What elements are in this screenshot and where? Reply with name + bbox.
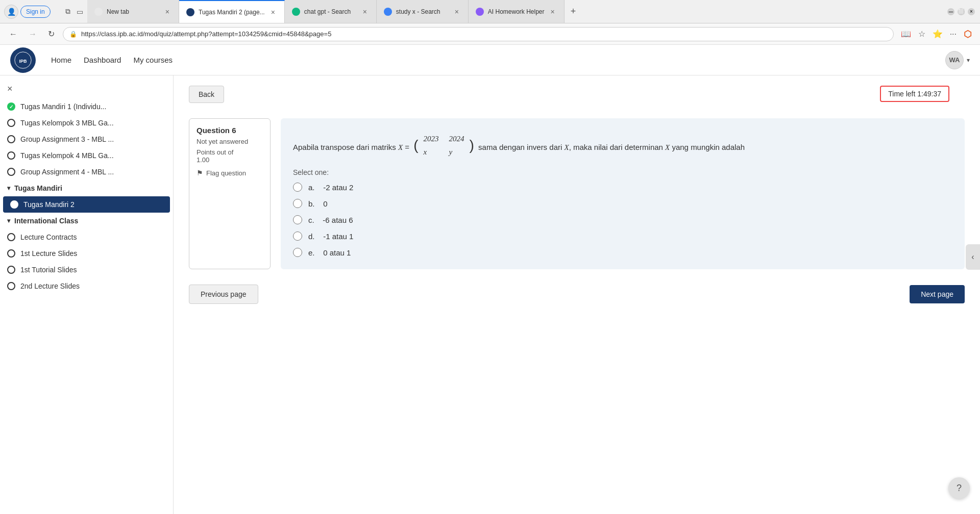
new-tab-button[interactable]: +: [565, 0, 582, 23]
studyx-title: study x - Search: [396, 8, 449, 15]
svg-text:IPB: IPB: [19, 59, 27, 64]
url-bar[interactable]: 🔒 https://class.ipb.ac.id/mod/quiz/attem…: [63, 27, 894, 41]
section-tugas-mandiri[interactable]: ▾ Tugas Mandiri: [0, 180, 173, 196]
flag-label: Flag question: [206, 169, 246, 177]
more-tools-button[interactable]: ···: [948, 28, 959, 41]
matrix-cell-2024: 2024: [449, 133, 464, 145]
question-label-prefix: Question: [197, 126, 230, 135]
edge-icon[interactable]: ⬡: [962, 27, 974, 42]
newtab-close[interactable]: ×: [163, 7, 172, 17]
tab-newtab[interactable]: New tab ×: [87, 0, 179, 23]
back-button[interactable]: Back: [189, 86, 224, 103]
user-menu: WA ▾: [945, 51, 970, 69]
tab-ai[interactable]: AI Homework Helper ×: [469, 0, 565, 23]
question-container: Question 6 Not yet answered Points out o…: [189, 118, 965, 269]
sidebar-item-group-assignment-3[interactable]: Group Assignment 3 - MBL ...: [0, 131, 173, 147]
sidebar-item-1st-lecture[interactable]: 1st Lecture Slides: [0, 245, 173, 262]
nav-home[interactable]: Home: [51, 56, 71, 64]
sidebar-item-tugas-mandiri-2[interactable]: Tugas Mandiri 2: [3, 196, 170, 213]
nav-dashboard[interactable]: Dashboard: [84, 56, 121, 64]
page-layout: × ✓ Tugas Mandiri 1 (Individu... Tugas K…: [0, 75, 980, 514]
option-e-letter: e.: [308, 248, 315, 257]
circle-icon-4: [7, 168, 15, 176]
maximize-button[interactable]: ⬜: [958, 8, 965, 15]
option-c-label[interactable]: c. -6 atau 6: [308, 216, 353, 224]
option-c-value: -6 atau 6: [323, 216, 353, 224]
timer-display: Time left 1:49:37: [880, 86, 949, 102]
flag-question-button[interactable]: ⚑ Flag question: [197, 169, 246, 177]
studyx-close[interactable]: ×: [453, 7, 461, 17]
radio-b[interactable]: [293, 199, 302, 208]
radio-a[interactable]: [293, 183, 302, 192]
chatgpt-close[interactable]: ×: [361, 7, 369, 17]
option-d-label[interactable]: d. -1 atau 1: [308, 232, 353, 241]
sidebar-item-2nd-lecture[interactable]: 2nd Lecture Slides: [0, 278, 173, 294]
studyx-favicon: [384, 8, 392, 16]
option-a-value: -2 atau 2: [323, 183, 353, 192]
nav-my-courses[interactable]: My courses: [133, 56, 173, 64]
option-c: c. -6 atau 6: [293, 215, 952, 224]
tab-tugas[interactable]: Tugas Mandiri 2 (page... ×: [179, 0, 285, 23]
option-b: b. 0: [293, 199, 952, 208]
option-a: a. -2 atau 2: [293, 183, 952, 192]
quiz-area: Back Time left 1:49:37 Question 6 Not ye…: [174, 75, 980, 514]
favorites-button[interactable]: ☆: [916, 27, 927, 41]
tugas-close[interactable]: ×: [269, 7, 277, 17]
duplicate-tab-button[interactable]: ⧉: [63, 5, 72, 18]
sidebar-item-1st-tutorial[interactable]: 1st Tutorial Slides: [0, 262, 173, 278]
sidebar-close-button[interactable]: ×: [7, 84, 13, 94]
option-d-value: -1 atau 1: [323, 232, 353, 241]
question-body: Apabila transpose dari matriks X = ( 202…: [281, 118, 965, 269]
close-button[interactable]: ×: [968, 8, 975, 15]
question-points: Points out of 1.00: [197, 148, 263, 164]
sign-in-button[interactable]: Sign in: [20, 6, 51, 18]
reload-button[interactable]: ↻: [45, 27, 58, 41]
matrix-cell-y: y: [449, 146, 464, 158]
radio-e[interactable]: [293, 248, 302, 257]
forward-navigation-button[interactable]: →: [26, 28, 40, 41]
sidebar-item-group-assignment-4[interactable]: Group Assignment 4 - MBL ...: [0, 164, 173, 180]
matrix-display: ( 2023 2024 x y ): [413, 131, 474, 160]
option-a-label[interactable]: a. -2 atau 2: [308, 183, 353, 192]
section-label-tugas-mandiri: Tugas Mandiri: [14, 184, 62, 192]
select-one-label: Select one:: [293, 168, 952, 176]
reader-mode-button[interactable]: 📖: [899, 27, 913, 41]
sidebar: × ✓ Tugas Mandiri 1 (Individu... Tugas K…: [0, 75, 174, 514]
circle-icon-ts1: [7, 266, 15, 274]
sidebar-close-area: ×: [0, 80, 173, 98]
window-mode-button[interactable]: ▭: [75, 6, 85, 18]
radio-d[interactable]: [293, 232, 302, 241]
collections-button[interactable]: ⭐: [930, 27, 945, 41]
help-button[interactable]: ?: [948, 477, 970, 499]
sidebar-item-tugas-kelompok-4[interactable]: Tugas Kelompok 4 MBL Ga...: [0, 147, 173, 164]
sidebar-label-2nd-lecture: 2nd Lecture Slides: [20, 282, 80, 290]
sidebar-item-tugas-kelompok-3[interactable]: Tugas Kelompok 3 MBL Ga...: [0, 115, 173, 131]
sidebar-item-tugas-mandiri-1[interactable]: ✓ Tugas Mandiri 1 (Individu...: [0, 98, 173, 115]
sidebar-label-tugas-mandiri-1: Tugas Mandiri 1 (Individu...: [20, 102, 106, 111]
chatgpt-title: chat gpt - Search: [304, 8, 357, 15]
minimize-button[interactable]: ─: [947, 8, 954, 15]
section-label-international-class: International Class: [14, 217, 78, 225]
ai-close[interactable]: ×: [549, 7, 557, 17]
browser-frame: 👤 Sign in ⧉ ▭ New tab × Tugas Mandiri 2 …: [0, 0, 980, 514]
back-navigation-button[interactable]: ←: [6, 28, 20, 41]
right-toggle-button[interactable]: ‹: [966, 244, 980, 270]
matrix-cell-2023: 2023: [424, 133, 439, 145]
main-content: IPB Home Dashboard My courses WA ▾ ×: [0, 45, 980, 514]
user-avatar[interactable]: WA: [945, 51, 964, 69]
tab-chatgpt[interactable]: chat gpt - Search ×: [285, 0, 377, 23]
newtab-favicon: [94, 8, 103, 16]
option-b-label[interactable]: b. 0: [308, 199, 328, 208]
tab-studyx[interactable]: study x - Search ×: [377, 0, 469, 23]
ai-title: AI Homework Helper: [488, 8, 545, 15]
section-international-class[interactable]: ▾ International Class: [0, 213, 173, 229]
sidebar-item-lecture-contracts[interactable]: Lecture Contracts: [0, 229, 173, 245]
window-buttons: ⧉ ▭: [61, 0, 87, 23]
site-navigation: Home Dashboard My courses: [51, 56, 173, 64]
previous-page-button[interactable]: Previous page: [189, 285, 258, 304]
site-nav: IPB Home Dashboard My courses WA ▾: [0, 45, 980, 75]
radio-c[interactable]: [293, 215, 302, 224]
next-page-button[interactable]: Next page: [910, 285, 965, 303]
matrix-cells: 2023 2024 x y: [420, 131, 469, 160]
option-e-label[interactable]: e. 0 atau 1: [308, 248, 351, 257]
